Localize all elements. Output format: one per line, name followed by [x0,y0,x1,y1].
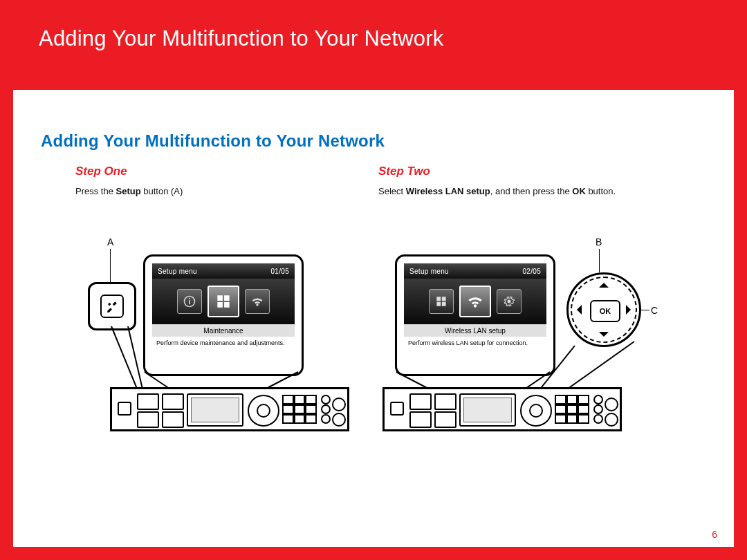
callout-line-B [599,249,600,272]
device-panel-2 [382,387,622,431]
lcd1-desc: Perform device maintenance and adjustmen… [152,337,295,367]
step-two-body-bold2: OK [572,186,586,196]
ok-wheel-callout: OK [566,272,641,347]
panel-btn [390,402,404,416]
tools-icon [106,300,118,312]
panel-dots [321,395,329,424]
lcd2-iconrow [404,279,546,324]
step-two-body-bold1: Wireless LAN setup [406,186,490,196]
arrow-left-icon [572,305,582,315]
panel-group [137,393,183,425]
settings-icon [497,289,522,314]
panel-wheel [248,395,279,427]
panel-wheel [520,395,552,427]
lcd1-titlebar: Setup menu 01/05 [152,263,295,279]
panel-lcd [459,393,516,427]
step-one-title: Step One [75,165,380,178]
step-two: Step Two Select Wireless LAN setup, and … [378,165,683,198]
info-icon [177,289,202,314]
lcd2-label: Wireless LAN setup [404,324,546,337]
step-two-body-mid: , and then press the [490,186,573,196]
lcd-callout-2: Setup menu 02/05 Wireless LAN setup Perf… [395,254,555,376]
panel-dots [593,395,602,424]
step-two-body-post: button. [586,186,616,196]
svg-point-7 [508,300,511,304]
step-one: Step One Press the Setup button (A) [75,165,380,198]
maintenance-icon [429,289,454,314]
step-one-body-post: button (A) [141,186,183,196]
panel-keypad [282,395,317,424]
step-two-title: Step Two [378,165,683,178]
step-two-body-pre: Select [378,186,406,196]
page-number: 6 [712,529,717,540]
wireless-icon [245,289,270,314]
lcd2-menu: Setup menu [409,268,449,275]
arrow-right-icon [626,305,636,315]
panel-circle [605,398,618,411]
step-one-body: Press the Setup button (A) [75,185,380,198]
illustration-step-one: A Setup menu 01/05 [102,254,365,434]
lcd2-titlebar: Setup menu 02/05 [404,263,546,279]
step-one-body-pre: Press the [75,186,116,196]
panel-lcd [187,393,243,427]
svg-rect-1 [189,300,190,304]
step-one-body-bold: Setup [116,186,141,196]
lcd2-desc: Perform wireless LAN setup for connectio… [404,337,546,367]
maintenance-icon [208,286,239,317]
callout-label-A: A [107,236,113,248]
panel-circle-2 [332,413,346,427]
lcd1-menu: Setup menu [158,268,197,275]
header-title: Adding Your Multifunction to Your Networ… [39,26,444,51]
ok-button: OK [590,300,620,322]
panel-group [409,393,455,425]
callout-label-C: C [651,305,658,316]
panel-btn [118,402,131,416]
lcd2-page: 02/05 [522,268,541,275]
section-heading: Adding Your Multifunction to Your Networ… [41,131,385,151]
setup-button-icon [100,295,124,318]
lcd-callout-1: Setup menu 01/05 Maintenance Perform dev… [143,254,304,376]
setup-button-callout [88,282,136,330]
lcd1-label: Maintenance [152,324,295,337]
panel-keypad [555,395,589,424]
panel-circle [332,398,346,411]
device-panel-1 [110,387,349,431]
callout-line-A [110,249,111,282]
arrow-down-icon [599,332,609,342]
step-two-body: Select Wireless LAN setup, and then pres… [378,185,683,198]
callout-label-B: B [596,236,602,248]
wireless-icon [459,286,491,317]
lcd1-iconrow [152,279,295,324]
panel-circle-2 [605,413,618,427]
arrow-up-icon [599,278,609,288]
illustration-step-two: B C Setup menu 02/05 Wireless LAN setup [389,254,680,434]
svg-rect-2 [189,298,190,299]
lcd1-page: 01/05 [270,268,289,275]
